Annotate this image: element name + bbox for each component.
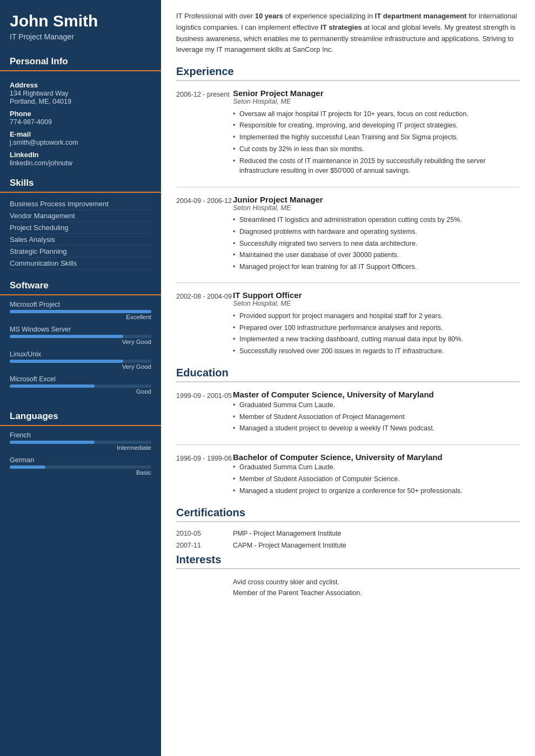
- bullet-item: Successfully resolved over 200 issues in…: [233, 346, 520, 357]
- skills-section: Skills Business Process ImprovementVendo…: [0, 172, 161, 275]
- sidebar-header: John Smith IT Project Manager: [0, 0, 161, 51]
- skill-bar-fill: [10, 335, 123, 338]
- candidate-title: IT Project Manager: [10, 32, 151, 41]
- skill-level-label: Excellent: [10, 314, 151, 320]
- bullet-item: Responsible for creating, improving, and…: [233, 120, 520, 132]
- bullet-item: Provided support for project managers an…: [233, 310, 520, 322]
- summary-text: IT Professional with over 10 years of ex…: [176, 11, 520, 56]
- skill-bar-fill: [10, 360, 123, 363]
- candidate-name: John Smith: [10, 12, 151, 30]
- exp-bullets: Oversaw all major hospital IT projects f…: [233, 108, 520, 177]
- skill-item: Strategic Planning: [10, 246, 151, 258]
- software-name: Microsoft Project: [10, 301, 151, 308]
- certification-entry: 2010-05 PMP - Project Management Institu…: [176, 530, 520, 537]
- skill-bar-bg: [10, 335, 151, 338]
- software-item: MS Windows Server Very Good: [10, 326, 151, 345]
- bullet-item: Member of Student Association of Compute…: [233, 473, 520, 485]
- linkedin-label: LinkedIn: [10, 151, 151, 159]
- edu-detail: Master of Computer Science, University o…: [233, 390, 520, 434]
- skills-content: Business Process ImprovementVendor Manag…: [0, 197, 161, 275]
- address-line2: Portland, ME, 04019: [10, 98, 151, 105]
- cert-name: PMP - Project Management Institute: [233, 530, 342, 537]
- language-item: French Intermediate: [10, 431, 151, 451]
- edu-title: Bachelor of Computer Science, University…: [233, 453, 520, 462]
- languages-section: Languages French Intermediate German Bas…: [0, 406, 161, 487]
- interest-item: Avid cross country skier and cyclist.: [176, 577, 520, 588]
- software-item: Microsoft Excel Good: [10, 375, 151, 395]
- bullet-item: Member of Student Association of Project…: [233, 411, 520, 423]
- skill-level-label: Very Good: [10, 339, 151, 345]
- company-name: Seton Hospital, ME: [233, 300, 520, 307]
- languages-title: Languages: [0, 406, 161, 426]
- experience-entry: 2006-12 - present Senior Project Manager…: [176, 89, 520, 177]
- company-name: Seton Hospital, ME: [233, 204, 520, 212]
- experience-entry: 2004-09 - 2006-12 Junior Project Manager…: [176, 195, 520, 273]
- bullet-item: Oversaw all major hospital IT projects f…: [233, 108, 520, 120]
- experience-entries: 2006-12 - present Senior Project Manager…: [176, 89, 520, 357]
- bullet-item: Graduated Summa Cum Laude.: [233, 399, 520, 411]
- personal-info-section: Personal Info Address 134 Rightward Way …: [0, 51, 161, 172]
- bullet-item: Reduced the costs of IT maintenance in 2…: [233, 155, 520, 177]
- bullet-item: Prepared over 100 infrastructure perform…: [233, 322, 520, 334]
- skill-bar-fill: [10, 384, 95, 388]
- exp-date: 2004-09 - 2006-12: [176, 195, 233, 273]
- bullet-item: Implemented the highly successful Lean T…: [233, 132, 520, 144]
- lang-bar-fill: [10, 465, 45, 469]
- certifications-section: Certifications 2010-05 PMP - Project Man…: [176, 507, 520, 549]
- interests-title: Interests: [176, 554, 520, 569]
- edu-title: Master of Computer Science, University o…: [233, 390, 520, 399]
- skill-bar-bg: [10, 384, 151, 388]
- linkedin-value: linkedin.com/johnutw: [10, 159, 151, 167]
- skill-item: Project Scheduling: [10, 222, 151, 234]
- lang-bar-bg: [10, 441, 151, 444]
- edu-detail: Bachelor of Computer Science, University…: [233, 453, 520, 497]
- lang-level-label: Basic: [10, 469, 151, 476]
- exp-bullets: Streamlined IT logistics and administrat…: [233, 214, 520, 273]
- bullet-item: Implemented a new tracking dashboard, cu…: [233, 334, 520, 346]
- software-name: MS Windows Server: [10, 326, 151, 333]
- exp-date: 2006-12 - present: [176, 89, 233, 177]
- cert-date: 2010-05: [176, 530, 233, 537]
- skill-level-label: Good: [10, 388, 151, 395]
- cert-date: 2007-11: [176, 542, 233, 549]
- certification-entry: 2007-11 CAPM - Project Management Instit…: [176, 542, 520, 549]
- cert-name: CAPM - Project Management Institute: [233, 542, 346, 549]
- software-section: Software Microsoft Project Excellent MS …: [0, 275, 161, 406]
- phone-value: 774-987-4009: [10, 118, 151, 126]
- education-entries: 1999-09 - 2001-05 Master of Computer Sci…: [176, 390, 520, 497]
- software-name: Microsoft Excel: [10, 375, 151, 383]
- edu-bullets: Graduated Summa Cum Laude.Member of Stud…: [233, 399, 520, 434]
- exp-detail: IT Support Officer Seton Hospital, ME Pr…: [233, 291, 520, 357]
- skill-item: Business Process Improvement: [10, 198, 151, 210]
- bullet-item: Successfully migrated two servers to new…: [233, 238, 520, 249]
- skill-level-label: Very Good: [10, 363, 151, 370]
- skill-item: Sales Analysis: [10, 234, 151, 246]
- edu-bullets: Graduated Summa Cum Laude.Member of Stud…: [233, 462, 520, 497]
- job-title: Senior Project Manager: [233, 89, 520, 98]
- language-name: German: [10, 456, 151, 464]
- company-name: Seton Hospital, ME: [233, 98, 520, 105]
- bullet-item: Managed a student project to organize a …: [233, 485, 520, 497]
- address-line1: 134 Rightward Way: [10, 90, 151, 97]
- exp-date: 2002-08 - 2004-09: [176, 291, 233, 357]
- personal-info-title: Personal Info: [0, 51, 161, 71]
- language-name: French: [10, 431, 151, 439]
- interest-item: Member of the Parent Teacher Association…: [176, 588, 520, 598]
- skills-list: Business Process ImprovementVendor Manag…: [10, 198, 151, 269]
- bullet-item: Managed a student project to develop a w…: [233, 423, 520, 435]
- address-label: Address: [10, 81, 151, 89]
- education-section: Education 1999-09 - 2001-05 Master of Co…: [176, 367, 520, 497]
- language-item: German Basic: [10, 456, 151, 476]
- edu-date: 1999-09 - 2001-05: [176, 390, 233, 434]
- job-title: IT Support Officer: [233, 291, 520, 300]
- bullet-item: Managed project for lean training for al…: [233, 261, 520, 273]
- skill-bar-fill: [10, 310, 151, 313]
- exp-bullets: Provided support for project managers an…: [233, 310, 520, 357]
- job-title: Junior Project Manager: [233, 195, 520, 204]
- certifications-entries: 2010-05 PMP - Project Management Institu…: [176, 530, 520, 549]
- lang-bar-fill: [10, 441, 95, 444]
- education-entry: 1996-09 - 1999-06 Bachelor of Computer S…: [176, 453, 520, 497]
- lang-level-label: Intermediate: [10, 444, 151, 451]
- software-item: Linux/Unix Very Good: [10, 350, 151, 370]
- bullet-item: Graduated Summa Cum Laude.: [233, 462, 520, 474]
